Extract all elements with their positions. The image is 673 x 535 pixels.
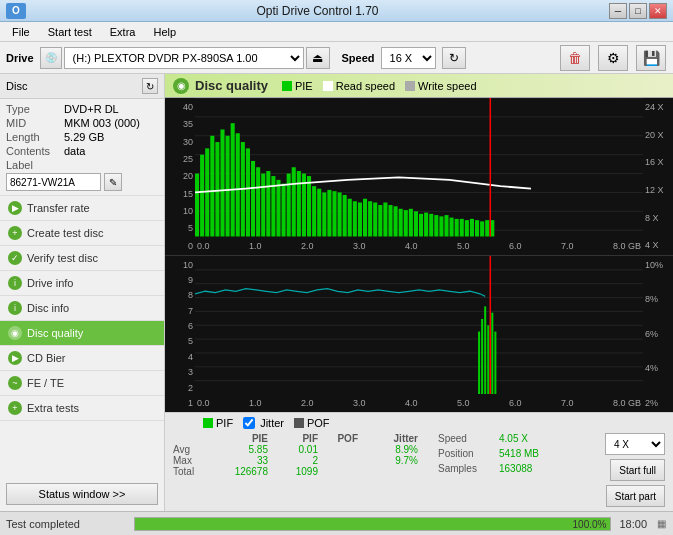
stats-avg-pie: 5.85 [208, 444, 268, 455]
disc-label-input[interactable] [6, 173, 101, 191]
eject-button[interactable]: ⏏ [306, 47, 330, 69]
sidebar-item-transfer-rate-label: Transfer rate [27, 202, 90, 214]
stats-avg-pof [318, 444, 358, 455]
svg-rect-52 [419, 214, 423, 237]
stats-bar: PIF Jitter POF PIE PIF [165, 412, 673, 511]
settings-button[interactable]: ⚙ [598, 45, 628, 71]
sidebar-item-verify-test-disc[interactable]: ✓ Verify test disc [0, 246, 164, 271]
sidebar-item-extra-tests[interactable]: + Extra tests [0, 396, 164, 421]
pie-yr-20x: 20 X [645, 130, 671, 140]
svg-rect-55 [434, 215, 438, 236]
stats-total-pof [318, 466, 358, 477]
svg-rect-65 [485, 220, 489, 236]
svg-rect-61 [465, 220, 469, 236]
sidebar-item-verify-test-disc-label: Verify test disc [27, 252, 98, 264]
pif-legend: PIF Jitter POF [203, 417, 665, 429]
svg-rect-20 [256, 167, 260, 236]
sidebar-item-fe-te-label: FE / TE [27, 377, 64, 389]
menu-extra[interactable]: Extra [102, 24, 144, 40]
menu-start-test[interactable]: Start test [40, 24, 100, 40]
pie-y-15: 15 [167, 189, 193, 199]
svg-rect-50 [409, 209, 413, 237]
minimize-button[interactable]: ─ [609, 3, 627, 19]
status-bar: Test completed 100.0% 18:00 ▦ [0, 511, 673, 535]
maximize-button[interactable]: □ [629, 3, 647, 19]
sidebar-item-create-test-disc[interactable]: + Create test disc [0, 221, 164, 246]
disc-contents-label: Contents [6, 145, 64, 157]
pie-chart-canvas [195, 98, 643, 237]
svg-rect-19 [251, 161, 255, 237]
sidebar-item-drive-info[interactable]: i Drive info [0, 271, 164, 296]
sidebar-item-transfer-rate[interactable]: ▶ Transfer rate [0, 196, 164, 221]
svg-rect-60 [460, 219, 464, 237]
disc-label-edit-button[interactable]: ✎ [104, 173, 122, 191]
sidebar-item-disc-info[interactable]: i Disc info [0, 296, 164, 321]
pie-y-30: 30 [167, 137, 193, 147]
svg-rect-77 [478, 331, 480, 394]
stats-total-pie: 126678 [208, 466, 268, 477]
pie-y-10: 10 [167, 206, 193, 216]
svg-rect-32 [317, 189, 321, 237]
pie-x-8: 8.0 GB [613, 241, 641, 251]
test-speed-select[interactable]: 4 X [605, 433, 665, 455]
disc-refresh-button[interactable]: ↻ [142, 78, 158, 94]
pif-color [203, 418, 213, 428]
pie-legend-label: PIE [295, 80, 313, 92]
sidebar-item-cd-bier[interactable]: ▶ CD Bier [0, 346, 164, 371]
disc-quality-header-icon: ◉ [173, 78, 189, 94]
pif-y-8: 8 [167, 290, 193, 300]
pif-legend-label: PIF [216, 417, 233, 429]
legend: PIE Read speed Write speed [282, 80, 477, 92]
menu-file[interactable]: File [4, 24, 38, 40]
drive-select[interactable]: (H:) PLEXTOR DVDR PX-890SA 1.00 [64, 47, 304, 69]
sidebar-item-fe-te[interactable]: ~ FE / TE [0, 371, 164, 396]
disc-info-icon: i [8, 301, 22, 315]
save-button[interactable]: 💾 [636, 45, 666, 71]
disc-label-row: Label [6, 159, 158, 171]
svg-rect-31 [312, 186, 316, 236]
pif-y-1: 1 [167, 398, 193, 408]
status-window-button[interactable]: Status window >> [6, 483, 158, 505]
pif-yr-4: 4% [645, 363, 671, 373]
menu-help[interactable]: Help [145, 24, 184, 40]
stats-max-pif: 2 [268, 455, 318, 466]
stats-max-pie: 33 [208, 455, 268, 466]
disc-type-label: Type [6, 103, 64, 115]
drive-icon: 💿 [40, 47, 62, 69]
close-button[interactable]: ✕ [649, 3, 667, 19]
svg-rect-80 [487, 325, 489, 394]
pie-yr-8x: 8 X [645, 213, 671, 223]
svg-rect-59 [455, 219, 459, 237]
disc-quality-icon: ◉ [8, 326, 22, 340]
pie-x-0: 0.0 [197, 241, 210, 251]
stats-pof-header: POF [318, 433, 358, 444]
svg-rect-36 [338, 192, 342, 236]
svg-rect-41 [363, 199, 367, 237]
pif-x-4: 4.0 [405, 398, 418, 408]
start-part-button[interactable]: Start part [606, 485, 665, 507]
pif-x-7: 7.0 [561, 398, 574, 408]
start-full-button[interactable]: Start full [610, 459, 665, 481]
svg-rect-57 [444, 215, 448, 236]
jitter-checkbox[interactable] [243, 417, 255, 429]
drive-label: Drive [6, 52, 34, 64]
progress-container: 100.0% [134, 517, 611, 531]
pif-y-6: 6 [167, 321, 193, 331]
svg-rect-12 [215, 142, 219, 236]
pie-y-20: 20 [167, 171, 193, 181]
svg-rect-47 [394, 206, 398, 236]
eraser-button[interactable]: 🗑 [560, 45, 590, 71]
pif-yr-10: 10% [645, 260, 671, 270]
pif-yr-6: 6% [645, 329, 671, 339]
stats-max-jitter: 9.7% [368, 455, 418, 466]
svg-rect-14 [226, 136, 230, 237]
stats-max-row: Max 33 2 9.7% [173, 455, 418, 466]
samples-row: Samples 163088 [438, 463, 539, 474]
sidebar-item-disc-quality[interactable]: ◉ Disc quality [0, 321, 164, 346]
stats-table: PIE PIF POF Jitter Avg 5.85 0.01 8.9% [173, 433, 418, 477]
svg-rect-25 [282, 184, 286, 237]
refresh-button[interactable]: ↻ [442, 47, 466, 69]
speed-select[interactable]: 16 X [381, 47, 436, 69]
svg-rect-39 [353, 201, 357, 236]
svg-rect-40 [358, 203, 362, 237]
